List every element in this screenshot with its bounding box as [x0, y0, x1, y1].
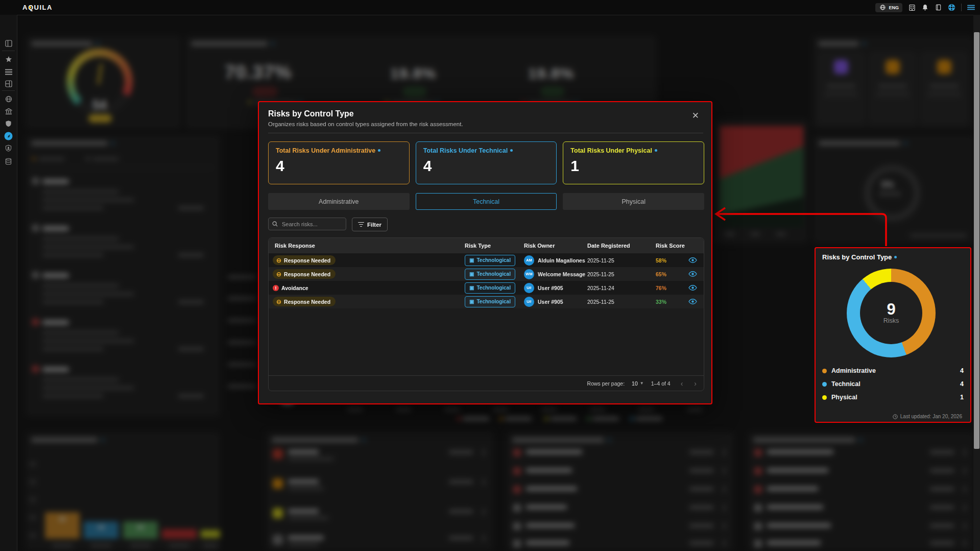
search-box[interactable] — [268, 218, 346, 230]
risk-type-badge: ▣Technological — [465, 282, 515, 294]
filter-label: Filter — [367, 222, 381, 228]
info-dot-icon — [894, 256, 897, 258]
risk-score: 76% — [656, 281, 666, 295]
info-dot-icon — [510, 149, 513, 152]
risk-response-badge: ⊖Response Needed — [273, 269, 336, 279]
stat-cards-row: Total Risks Under Administrative 4Total … — [268, 141, 704, 184]
rows-per-page-label: Rows per page: — [587, 380, 625, 387]
sidebar-item-risk-active[interactable] — [0, 131, 17, 142]
legend-dot — [822, 382, 827, 387]
sidebar-item-dashboard[interactable] — [0, 79, 17, 90]
risk-score: 33% — [656, 295, 666, 308]
sidebar-item-global[interactable] — [0, 94, 17, 106]
date-registered: 2025-11-25 — [587, 295, 614, 308]
legend-dot — [822, 369, 827, 373]
alert-icon: ! — [273, 285, 279, 291]
legend-item-physical: Physical 1 — [822, 391, 964, 404]
language-selector[interactable]: ENG — [875, 3, 902, 12]
control-type-donut-chart[interactable]: 9 Risks — [847, 269, 936, 357]
sidebar-item-list[interactable] — [0, 67, 17, 78]
tab-technical[interactable]: Technical — [416, 193, 557, 210]
date-registered: 2025-11-25 — [587, 253, 614, 267]
donut-total-label: Risks — [883, 317, 899, 324]
column-risk-type: Risk Type — [465, 238, 491, 253]
view-risk-eye-icon[interactable] — [688, 267, 697, 281]
star-icon — [5, 56, 12, 65]
user-shield-icon — [5, 145, 12, 154]
globe-shield-icon — [5, 95, 12, 105]
bank-icon — [5, 108, 12, 117]
menu-hamburger-icon[interactable] — [967, 4, 975, 11]
docs-book-icon[interactable] — [935, 4, 942, 11]
owner-name: Welcome Message — [538, 271, 585, 277]
legend-label: Technical — [831, 380, 960, 388]
date-registered: 2025-11-24 — [587, 281, 614, 295]
sidebar-item-user-security[interactable] — [0, 143, 17, 155]
view-risk-eye-icon[interactable] — [688, 295, 697, 308]
sidebar-item-data[interactable] — [0, 157, 17, 168]
owner-name: User #905 — [538, 299, 563, 305]
donut-legend: Administrative 4 Technical 4 Physical 1 — [822, 364, 964, 404]
table-pagination: Rows per page: 10▼ 1–4 of 4 ‹ › — [269, 375, 704, 391]
previous-page-button[interactable]: ‹ — [681, 379, 683, 388]
next-page-button[interactable]: › — [694, 379, 697, 388]
avatar: U# — [524, 283, 534, 293]
chip-icon: ▣ — [469, 257, 474, 263]
risks-by-control-type-panel: Risks by Control Type 9 Risks Administra… — [815, 247, 971, 423]
stat-card-value: 1 — [570, 157, 579, 175]
legend-value: 4 — [960, 380, 964, 388]
view-risk-eye-icon[interactable] — [688, 281, 697, 295]
search-input[interactable] — [281, 221, 342, 228]
table-row[interactable]: ⊖Response Needed ▣Technological AMAlduin… — [269, 253, 704, 267]
sidebar-item-favorites[interactable] — [0, 55, 17, 66]
pending-icon: ⊖ — [276, 257, 281, 263]
app-logo: AQUILA — [22, 0, 53, 15]
globe-icon — [879, 4, 887, 11]
table-row[interactable]: !Avoidance ▣Technological U#User #905 20… — [269, 281, 704, 295]
organization-icon[interactable] — [908, 4, 916, 11]
sidebar-item-panels[interactable] — [0, 39, 17, 50]
rows-per-page-select[interactable]: 10▼ — [632, 380, 644, 387]
donut-center: 9 Risks — [860, 282, 922, 344]
table-row[interactable]: ⊖Response Needed ▣Technological U#User #… — [269, 295, 704, 308]
legend-item-technical: Technical 4 — [822, 377, 964, 391]
notifications-bell-icon[interactable] — [921, 4, 929, 11]
close-icon[interactable]: ✕ — [692, 111, 699, 120]
donut-total: 9 — [887, 302, 895, 317]
clock-icon — [893, 414, 898, 419]
scrollbar-thumb[interactable] — [974, 32, 979, 449]
left-sidebar — [0, 15, 17, 551]
list-icon — [5, 68, 12, 77]
legend-item-administrative: Administrative 4 — [822, 364, 964, 377]
sidebar-item-security[interactable] — [0, 119, 17, 130]
stat-card-value: 4 — [423, 157, 432, 175]
legend-value: 1 — [960, 394, 964, 401]
stat-card-2: Total Risks Under Technical 4 — [416, 141, 557, 184]
stat-card-label: Total Risks Under Administrative — [276, 147, 380, 154]
modal-title: Risks by Control Type — [268, 109, 354, 118]
page-scrollbar[interactable] — [973, 15, 980, 551]
risks-by-control-type-modal: Risks by Control Type ✕ Organizes risks … — [258, 101, 712, 404]
legend-label: Physical — [831, 394, 960, 401]
app-screen: 54 70.37% 19.8% 19.8% — [0, 0, 980, 551]
search-icon — [272, 221, 278, 227]
column-risk-score: Risk Score — [656, 238, 685, 253]
support-wheel-icon[interactable] — [948, 4, 955, 11]
filter-button[interactable]: Filter — [352, 218, 388, 231]
legend-dot — [822, 395, 827, 400]
panel-title: Risks by Control Type — [822, 253, 897, 261]
risk-response-badge: ⊖Response Needed — [273, 297, 336, 306]
pagination-range: 1–4 of 4 — [651, 380, 671, 387]
filter-icon — [358, 222, 364, 227]
avatar: U# — [524, 297, 534, 307]
pending-icon: ⊖ — [276, 299, 281, 305]
column-risk-owner: Risk Owner — [524, 238, 555, 253]
tab-administrative[interactable]: Administrative — [268, 193, 410, 210]
risk-score: 58% — [656, 253, 666, 267]
tab-physical[interactable]: Physical — [563, 193, 704, 210]
table-row[interactable]: ⊖Response Needed ▣Technological WMWelcom… — [269, 267, 704, 281]
risks-table: Risk Response Risk Type Risk Owner Date … — [268, 237, 704, 391]
view-risk-eye-icon[interactable] — [688, 253, 697, 267]
sidebar-item-institution[interactable] — [0, 107, 17, 118]
pending-icon: ⊖ — [276, 271, 281, 277]
